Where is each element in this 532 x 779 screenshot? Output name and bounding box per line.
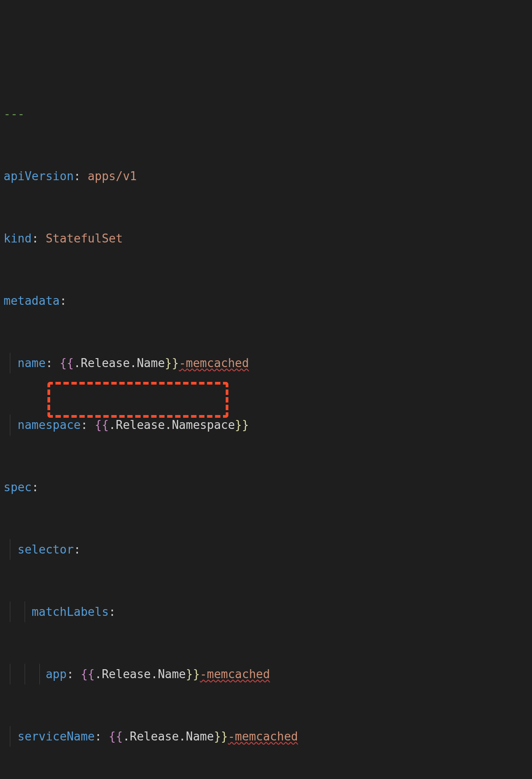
code-line: metadata: bbox=[4, 290, 532, 311]
code-line: selector: bbox=[4, 539, 532, 560]
code-line: kind: StatefulSet bbox=[4, 228, 532, 249]
code-line: namespace: {{.Release.Namespace}} bbox=[4, 415, 532, 435]
code-line: spec: bbox=[4, 477, 532, 498]
highlight-box bbox=[47, 382, 228, 418]
code-line: --- bbox=[4, 104, 532, 124]
code-line: serviceName: {{.Release.Name}}-memcached bbox=[4, 726, 532, 747]
code-line: apiVersion: apps/v1 bbox=[4, 166, 532, 186]
code-line: app: {{.Release.Name}}-memcached bbox=[4, 664, 532, 684]
code-line: matchLabels: bbox=[4, 602, 532, 622]
code-line: name: {{.Release.Name}}-memcached bbox=[4, 353, 532, 373]
code-editor[interactable]: --- apiVersion: apps/v1 kind: StatefulSe… bbox=[0, 0, 532, 779]
yaml-doc-start: --- bbox=[4, 107, 25, 121]
